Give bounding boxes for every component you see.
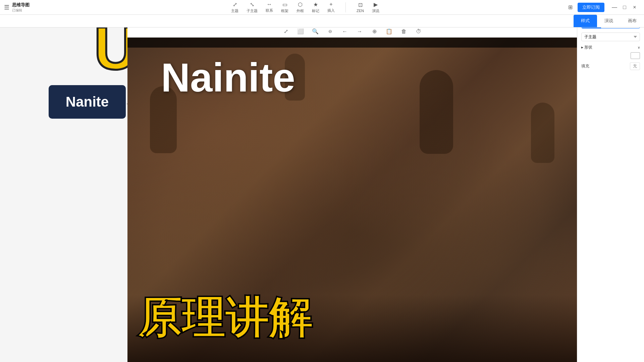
second-toolbar: 样式 演说 画布 [0,15,644,27]
subtopic-select[interactable]: 子主题 [581,33,640,41]
insert-label: 插入 [327,8,335,13]
img-top-bar [127,38,577,48]
tab-style[interactable]: 样式 [574,15,597,27]
img-prev-btn[interactable]: ← [340,27,350,36]
toolbar-left: ☰ 思维导图 已编辑 [0,2,67,13]
view-tabs: 样式 演说 画布 [574,15,644,27]
fill-label: 填充 [581,63,589,69]
present-icon: ▶ [374,1,378,8]
shape-preview-box[interactable] [631,52,640,59]
close-button[interactable]: × [631,3,639,11]
main-area: UE5 引擎 Nanite Nanite A QQ2024101...82835… [0,15,577,362]
toolbar-right: ⊞ 立即订阅 — □ × [543,3,644,12]
frame-icon: ▭ [282,1,287,8]
topic-label: 主题 [231,8,238,13]
toolbar-item-relation[interactable]: ↔ 联系 [266,1,273,13]
img-delete-btn[interactable]: 🗑 [399,27,409,36]
subtopic-label: 子主题 [247,8,258,13]
shape-section: ▸ 形状 ∨ [581,45,640,59]
toolbar-item-insert[interactable]: + 插入 [327,1,335,13]
restore-button[interactable]: □ [621,3,629,11]
toolbar-item-topic[interactable]: ⤢ 主题 [231,1,238,13]
img-zoom-in-btn[interactable]: 🔍 [311,27,320,36]
fill-value[interactable]: 无 [630,62,640,70]
toolbar-item-subtopic[interactable]: ⤡ 子主题 [247,1,258,13]
figure3 [531,103,554,163]
border-icon: ⬡ [298,1,303,8]
shape-chevron-icon: ∨ [638,46,640,49]
image-viewer: A QQ2024101...82835.png 1.11M | 1281*590… [127,15,577,362]
img-next-btn[interactable]: → [355,27,364,36]
tab-present[interactable]: 演说 [597,15,621,27]
subtopic-icon: ⤡ [250,1,254,8]
shape-row [581,52,640,59]
nanite-node-text: Nanite [66,94,109,110]
divider [345,2,346,12]
app-subtitle: 已编辑 [12,8,30,13]
main-toolbar: ☰ 思维导图 已编辑 ⤢ 主题 ⤡ 子主题 ↔ 联系 ▭ 框架 ⬡ 外框 ★ 标… [0,0,644,15]
img-subtitle-text: 原理讲解 [138,294,567,342]
toolbar-item-zen[interactable]: ⊡ ZEN [357,2,364,13]
border-label: 外框 [297,8,304,13]
img-fullscreen-btn[interactable]: ⤢ [281,27,290,36]
img-fit-btn[interactable]: ⬜ [296,27,305,36]
minimize-button[interactable]: — [610,3,619,11]
img-content: Nainite 原理讲解 [127,38,577,362]
img-copy-btn[interactable]: ⊕ [370,27,379,36]
shape-section-title: ▸ 形状 [581,45,592,50]
mark-label: 标记 [312,8,319,13]
zen-icon: ⊡ [358,2,363,8]
img-zoom-out-btn[interactable]: ⊖ [325,27,335,36]
nanite-node[interactable]: Nanite [49,85,126,119]
toolbar-item-border[interactable]: ⬡ 外框 [297,1,304,13]
mark-icon: ★ [313,1,318,8]
insert-icon: + [329,1,332,7]
toolbar-center: ⤢ 主题 ⤡ 子主题 ↔ 联系 ▭ 框架 ⬡ 外框 ★ 标记 + 插入 ⊡ [67,1,543,13]
subscribe-button[interactable]: 立即订阅 [578,3,604,12]
right-panel: 样式 演说 画布 子主题 ▸ 形状 ∨ 填充 无 [577,15,644,362]
relation-icon: ↔ [267,1,272,7]
fill-section: 填充 无 [581,62,640,70]
present-label: 演说 [372,8,379,13]
img-display: Nainite 原理讲解 [127,38,577,362]
hamburger-icon[interactable]: ☰ [4,4,9,11]
app-title: 思维导图 [12,2,30,8]
fill-row: 填充 无 [581,62,640,70]
frame-label: 框架 [281,8,288,13]
zen-label: ZEN [357,9,364,13]
layout-icon[interactable]: ⊞ [566,3,574,11]
toolbar-item-present[interactable]: ▶ 演说 [372,1,379,13]
img-timer-btn[interactable]: ⏱ [414,27,423,36]
topic-icon: ⤢ [233,1,237,8]
toolbar-item-mark[interactable]: ★ 标记 [312,1,319,13]
img-title-text: Nainite [161,54,295,101]
relation-label: 联系 [266,8,273,13]
app-title-block: 思维导图 已编辑 [12,2,30,13]
figure2 [420,70,453,154]
img-clipboard-btn[interactable]: 📋 [384,27,394,36]
tab-canvas[interactable]: 画布 [621,15,644,27]
shape-section-header[interactable]: ▸ 形状 ∨ [581,45,640,50]
toolbar-item-frame[interactable]: ▭ 框架 [281,1,288,13]
